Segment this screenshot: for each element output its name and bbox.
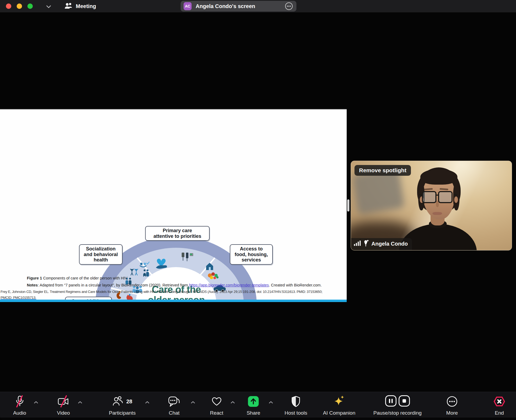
share-screen-icon <box>247 395 260 408</box>
fullscreen-window-button[interactable] <box>27 3 33 9</box>
more-ellipsis-icon <box>446 395 458 408</box>
participants-count: 28 <box>126 399 132 405</box>
ai-companion-button[interactable]: AI Companion <box>323 395 355 416</box>
figure-notes: Notes: Adapted from “7 panels in a circu… <box>27 283 322 287</box>
video-options-caret[interactable] <box>78 400 82 405</box>
person-mouth <box>432 212 442 215</box>
react-button[interactable]: React <box>210 395 223 416</box>
sparkle-icon <box>333 395 345 408</box>
chat-button[interactable]: Chat <box>168 395 180 416</box>
participants-options-caret[interactable] <box>145 400 149 405</box>
microphone-muted-icon <box>14 395 25 408</box>
meeting-menu[interactable]: Meeting <box>64 0 96 12</box>
close-window-button[interactable] <box>6 3 11 9</box>
audio-button[interactable]: Audio <box>13 395 26 416</box>
share-button[interactable]: Share <box>247 395 260 416</box>
participant-video-tile[interactable]: Remove spotlight Angela Condo <box>351 161 512 250</box>
shield-icon <box>291 395 301 408</box>
heart-reaction-icon <box>211 395 222 408</box>
stop-recording-icon[interactable] <box>398 395 410 408</box>
remove-spotlight-button[interactable]: Remove spotlight <box>354 165 411 176</box>
chat-options-caret[interactable] <box>191 400 195 405</box>
shared-screen-content: Care of the older person with HIV Primar… <box>0 109 347 302</box>
share-options-ellipsis-icon[interactable] <box>285 2 293 11</box>
citation-line-2: PMCID: PMC10155713. <box>1 296 36 300</box>
react-options-caret[interactable] <box>231 400 235 405</box>
person-ear-right <box>454 196 458 203</box>
audio-options-caret[interactable] <box>34 400 38 405</box>
label-access: Access tofood, housing,services <box>230 244 273 265</box>
participant-name: Angela Condo <box>371 241 408 247</box>
recording-controls[interactable]: Pause/stop recording <box>373 395 422 416</box>
meeting-menu-label: Meeting <box>76 3 96 9</box>
chevron-down-icon[interactable] <box>46 5 51 9</box>
meeting-toolbar: Audio Video <box>0 392 516 420</box>
label-socialization: Socializationand behavioralhealth <box>79 244 123 265</box>
end-meeting-button[interactable]: End <box>493 395 506 416</box>
participants-button[interactable]: 28 Participants <box>109 395 135 416</box>
connection-signal-icon <box>354 240 361 247</box>
minimize-window-button[interactable] <box>17 3 22 9</box>
pause-recording-icon[interactable] <box>385 395 397 408</box>
shared-screen-title: Angela Condo's screen <box>196 1 255 12</box>
zoom-meeting-window: Meeting AC Angela Condo's screen <box>0 0 516 420</box>
camera-off-icon <box>58 395 69 408</box>
label-primary-care: Primary careattentive to priorities <box>145 226 210 241</box>
share-options-caret[interactable] <box>269 400 273 405</box>
biorender-link[interactable]: https://app.biorender.com/biorender-temp… <box>189 283 269 287</box>
participant-initials-badge: AC <box>184 2 192 10</box>
person-glasses <box>422 191 454 202</box>
participants-icon <box>112 396 124 407</box>
video-button[interactable]: Video <box>57 395 70 416</box>
slide-bottom-accent-bar <box>0 300 347 302</box>
person-hairline <box>420 169 457 185</box>
host-tools-button[interactable]: Host tools <box>285 395 307 416</box>
titlebar: Meeting AC Angela Condo's screen <box>0 0 516 12</box>
participant-name-tag: Angela Condo <box>351 238 412 250</box>
person-nose <box>436 201 439 207</box>
more-button[interactable]: More <box>446 395 458 416</box>
panel-resize-handle[interactable] <box>347 199 349 211</box>
shared-screen-pill[interactable]: AC Angela Condo's screen <box>181 1 296 12</box>
end-meeting-icon <box>493 395 506 408</box>
spotlight-pin-icon <box>363 240 369 248</box>
chat-bubble-icon <box>168 395 180 408</box>
figure-caption: Figure 1 Components of care of the older… <box>27 276 128 280</box>
citation-line-1: Frey E, Johnston CD, Siegler EL. Treatme… <box>1 290 322 294</box>
participants-group-icon <box>64 2 73 10</box>
